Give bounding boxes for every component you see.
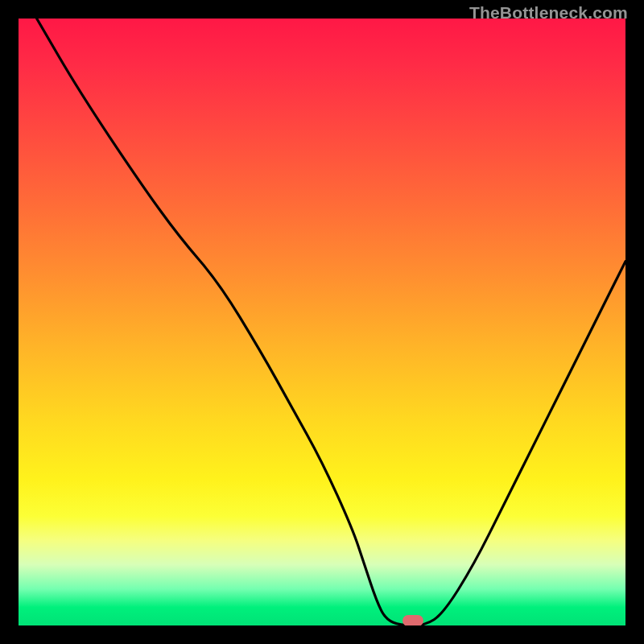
chart-area (19, 19, 625, 625)
optimal-marker (402, 615, 423, 625)
chart-frame (19, 19, 625, 625)
watermark-text: TheBottleneck.com (469, 3, 628, 23)
bottleneck-curve (19, 19, 625, 625)
